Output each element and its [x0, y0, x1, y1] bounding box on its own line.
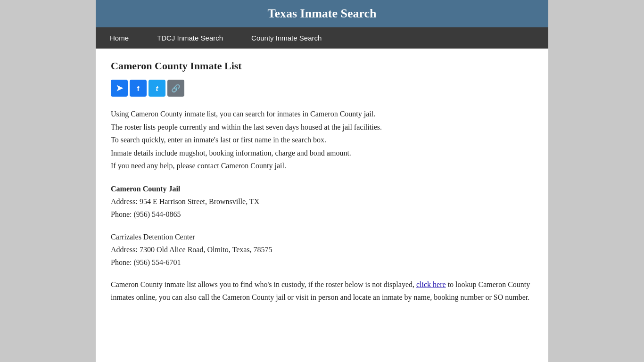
site-title: Texas Inmate Search — [105, 7, 539, 21]
site-header: Texas Inmate Search — [96, 0, 548, 27]
twitter-button[interactable]: t — [149, 80, 165, 97]
share-button[interactable]: ➤ — [111, 80, 128, 97]
bottom-paragraph: Cameron County inmate list allows you to… — [111, 278, 533, 304]
twitter-icon: t — [156, 84, 158, 92]
jail-1-phone: Phone: (956) 544-0865 — [111, 208, 533, 221]
nav-home[interactable]: Home — [96, 27, 143, 49]
description-line-1: Using Cameron County inmate list, you ca… — [111, 108, 533, 120]
description-line-4: Inmate details include mugshot, booking … — [111, 147, 533, 159]
jail-2-address: Address: 7300 Old Alice Road, Olmito, Te… — [111, 243, 533, 256]
nav-tdcj[interactable]: TDCJ Inmate Search — [143, 27, 237, 49]
copy-link-button[interactable]: 🔗 — [167, 80, 184, 97]
page-heading: Cameron County Inmate List — [111, 60, 533, 72]
description-line-5: If you need any help, please contact Cam… — [111, 160, 533, 172]
copy-link-icon: 🔗 — [171, 84, 181, 93]
facebook-icon: f — [137, 84, 140, 92]
click-here-link[interactable]: click here — [416, 280, 446, 288]
content-area: Cameron County Inmate List ➤ f t 🔗 Using… — [96, 49, 548, 322]
social-buttons: ➤ f t 🔗 — [111, 80, 533, 97]
jail-block-1: Cameron County Jail Address: 954 E Harri… — [111, 182, 533, 221]
jail-2-name: Carrizales Detention Center — [111, 230, 533, 243]
share-icon: ➤ — [116, 83, 123, 93]
jail-block-2: Carrizales Detention Center Address: 730… — [111, 230, 533, 269]
jail-1-address: Address: 954 E Harrison Street, Brownsvi… — [111, 195, 533, 208]
facebook-button[interactable]: f — [130, 80, 147, 97]
jail-2-phone: Phone: (956) 554-6701 — [111, 256, 533, 269]
bottom-text-before: Cameron County inmate list allows you to… — [111, 280, 416, 288]
description-line-2: The roster lists people currently and wi… — [111, 121, 533, 133]
jail-1-name: Cameron County Jail — [111, 182, 533, 195]
nav-county[interactable]: County Inmate Search — [237, 27, 336, 49]
description-block: Using Cameron County inmate list, you ca… — [111, 108, 533, 172]
description-line-3: To search quickly, enter an inmate's las… — [111, 134, 533, 146]
main-nav: Home TDCJ Inmate Search County Inmate Se… — [96, 27, 548, 49]
